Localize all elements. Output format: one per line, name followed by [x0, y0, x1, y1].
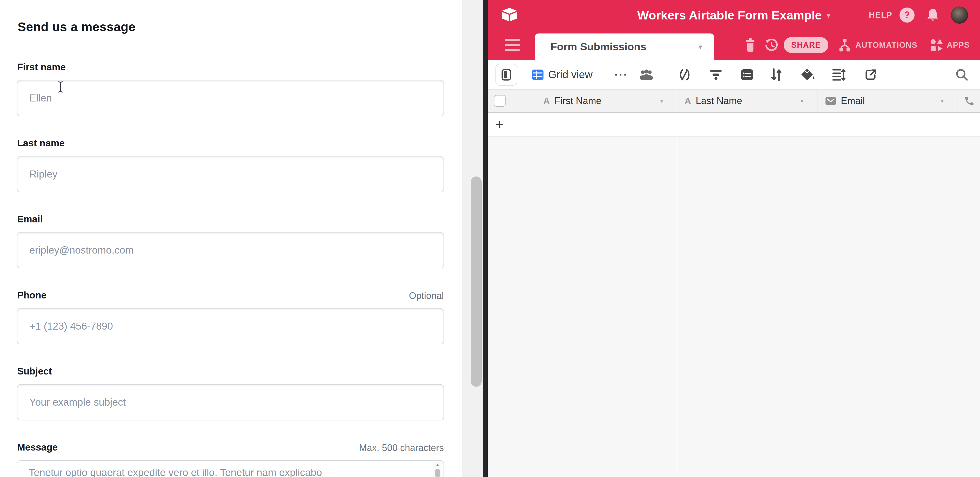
share-view-button[interactable] — [864, 60, 877, 89]
question-mark-icon: ? — [904, 10, 910, 21]
email-input[interactable] — [17, 232, 444, 268]
frozen-column-divider — [677, 113, 677, 136]
group-button[interactable] — [740, 60, 754, 89]
column-header-last-name[interactable]: A Last Name — [684, 90, 742, 112]
first-name-input[interactable] — [17, 80, 444, 116]
caret-down-icon: ▾ — [698, 33, 702, 60]
message-textarea[interactable]: Tenetur optio quaerat expedite vero et i… — [17, 460, 444, 477]
column-divider[interactable] — [817, 90, 818, 112]
history-button[interactable] — [764, 30, 778, 60]
column-header-first-name[interactable]: A First Name — [543, 90, 601, 112]
menu-button[interactable] — [505, 30, 520, 60]
group-icon — [740, 68, 754, 81]
scroll-up-arrow-icon[interactable]: ▲ — [433, 462, 442, 467]
subject-input[interactable] — [17, 384, 444, 420]
notifications-bell-button[interactable] — [926, 8, 940, 22]
delete-table-button[interactable] — [744, 30, 757, 60]
form-title: Send us a message — [18, 20, 135, 34]
last-name-label: Last name — [17, 138, 65, 149]
text-field-icon: A — [543, 96, 550, 106]
last-name-input[interactable] — [17, 156, 444, 192]
airtable-pane: Workers Airtable Form Example ▾ HELP ? F… — [488, 0, 980, 477]
message-label: Message — [17, 442, 58, 453]
column-name: First Name — [554, 95, 601, 106]
side-panel-icon — [501, 68, 512, 81]
view-toolbar: Grid view ··· — [488, 60, 980, 89]
apps-label: APPS — [947, 41, 970, 50]
share-view-icon — [864, 68, 877, 81]
user-avatar[interactable] — [951, 6, 968, 24]
sort-icon — [771, 68, 782, 81]
toggle-view-sidebar-button[interactable] — [495, 64, 517, 86]
ibeam-cursor — [57, 81, 64, 93]
frozen-column-divider — [677, 136, 677, 477]
caret-down-icon: ▾ — [827, 11, 830, 20]
contact-form-pane: Send us a message First name Last name E… — [0, 0, 463, 477]
filter-icon — [709, 69, 723, 81]
page-scrollbar[interactable] — [463, 0, 483, 477]
column-divider[interactable] — [677, 90, 677, 112]
tab-form-submissions[interactable]: Form Submissions ▾ — [535, 33, 714, 60]
column-header-phone[interactable]: Phone — [964, 90, 980, 112]
collaborators-button[interactable] — [639, 60, 654, 89]
add-row: + — [488, 113, 980, 136]
toolbar-divider — [662, 66, 662, 84]
grid-header-row: A First Name ▾ A Last Name ▾ Email ▾ — [488, 89, 980, 113]
airtable-topbar: Workers Airtable Form Example ▾ HELP ? — [488, 0, 980, 30]
row-height-button[interactable] — [832, 60, 845, 89]
page-scroll-thumb[interactable] — [471, 176, 482, 387]
automations-label: AUTOMATIONS — [855, 41, 918, 50]
phone-optional-note: Optional — [409, 290, 444, 301]
hide-fields-button[interactable] — [678, 60, 692, 89]
window-divider — [483, 0, 488, 477]
phone-label: Phone — [17, 290, 46, 301]
column-name: Last Name — [696, 95, 742, 106]
message-maxchars-note: Max. 500 characters — [359, 442, 444, 453]
view-name: Grid view — [548, 68, 593, 81]
airtable-tabbar: Form Submissions ▾ SHARE — [488, 30, 980, 60]
search-button[interactable] — [955, 60, 969, 89]
automations-button[interactable]: AUTOMATIONS — [837, 30, 918, 60]
share-button[interactable]: SHARE — [784, 37, 828, 53]
phone-input[interactable] — [17, 308, 444, 344]
people-icon — [639, 69, 654, 81]
sort-button[interactable] — [771, 60, 782, 89]
grid-empty-area — [488, 136, 980, 477]
help-button[interactable]: HELP — [869, 0, 892, 30]
caret-down-icon[interactable]: ▾ — [940, 90, 944, 112]
grid-view-button[interactable]: Grid view — [531, 60, 593, 89]
textarea-scrollbar[interactable]: ▲ — [433, 461, 442, 477]
filter-button[interactable] — [709, 60, 723, 89]
column-divider[interactable] — [957, 90, 958, 112]
select-all-checkbox[interactable] — [494, 95, 506, 107]
share-label: SHARE — [791, 41, 821, 50]
text-field-icon: A — [684, 96, 691, 106]
first-name-label: First name — [17, 62, 66, 73]
caret-down-icon[interactable]: ▾ — [660, 90, 663, 112]
view-options-button[interactable]: ··· — [614, 60, 628, 89]
grid-view-icon — [531, 68, 544, 81]
paint-bucket-icon — [800, 68, 815, 82]
email-label: Email — [17, 214, 43, 225]
color-button[interactable] — [800, 60, 815, 89]
caret-down-icon[interactable]: ▾ — [800, 90, 804, 112]
phone-field-icon — [964, 95, 975, 106]
textarea-scroll-thumb[interactable] — [435, 469, 440, 477]
column-name: Email — [841, 95, 865, 106]
base-title: Workers Airtable Form Example — [637, 8, 822, 22]
apps-button[interactable]: APPS — [930, 30, 970, 60]
help-circle-button[interactable]: ? — [899, 8, 915, 22]
screenshot-root: Send us a message First name Last name E… — [0, 0, 980, 477]
search-icon — [955, 68, 969, 81]
subject-label: Subject — [17, 366, 52, 377]
email-field-icon — [825, 97, 836, 105]
add-record-button[interactable]: + — [495, 113, 503, 136]
tab-label: Form Submissions — [550, 33, 646, 60]
hide-fields-icon — [678, 68, 692, 81]
message-text: Tenetur optio quaerat expedite vero et i… — [29, 467, 423, 477]
column-header-email[interactable]: Email — [825, 90, 865, 112]
row-height-icon — [832, 68, 845, 81]
